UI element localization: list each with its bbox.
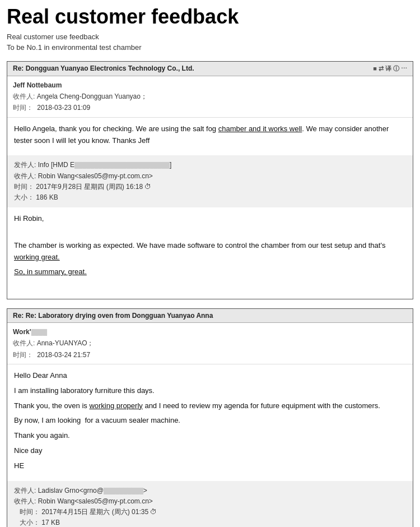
quoted-block-1: 发件人: Info [HMD E████████████████████████…	[7, 155, 413, 207]
email-meta-1: Jeff Nottebaum 收件人: Angela Cheng-Donggua…	[7, 76, 413, 117]
email-body-2: Hello Dear Anna I am installing laborato…	[7, 364, 413, 481]
page-subtitle: Real customer use feedback To be No.1 in…	[7, 31, 413, 53]
email-body-text-1: Hello Angela, thank you for checking. We…	[14, 123, 406, 147]
email-header-icons-1: ■ ⇄ 译 ⓘ ⋯	[373, 64, 407, 73]
email-meta-2: Work'████ 收件人: Anna-YUANYAO； 时间： 2018-03…	[7, 323, 413, 364]
email-to-1: 收件人: Angela Cheng-Dongguan Yuanyao；	[13, 91, 407, 102]
email-sender-2: Work'████	[13, 326, 407, 338]
quoted-time-1: 时间： 2017年9月28日 星期四 (周四) 16:18 ⏱	[14, 182, 406, 192]
email-line2-2: Thank you, the oven is working properly …	[14, 400, 406, 412]
quoted-text-1: The chamber is working as expected. We h…	[14, 240, 406, 264]
email-greeting-2: Hello Dear Anna	[14, 370, 406, 382]
email-line5-2: Nice day	[14, 445, 406, 457]
email-time-2: 时间： 2018-03-24 21:57	[13, 349, 407, 360]
quoted-to-2: 收件人: Robin Wang<sales05@my-pt.com.cn>	[14, 496, 406, 507]
email-body-1: Hello Angela, thank you for checking. We…	[7, 117, 413, 156]
email-header-2: Re: Re: Laboratory drying oven from Dong…	[7, 309, 413, 323]
email-line4-2: Thank you again.	[14, 430, 406, 442]
quoted-time-2: 时间： 2017年4月15日 星期六 (周六) 01:35 ⏱	[14, 507, 406, 517]
email-card-2: Re: Re: Laboratory drying oven from Dong…	[7, 308, 413, 527]
email-line3-2: By now, I am looking for a vacuum sealer…	[14, 415, 406, 427]
quoted-text-2: So, in summary, great.	[14, 266, 406, 278]
email-time-1: 时间： 2018-03-23 01:09	[13, 102, 407, 113]
email-header-title-2: Re: Re: Laboratory drying oven from Dong…	[13, 312, 213, 320]
email-card-1: Re: Dongguan Yuanyao Electronics Technol…	[7, 61, 413, 299]
quoted-size-1: 大小： 186 KB	[14, 192, 406, 203]
quoted-size-2: 大小： 17 KB	[14, 517, 406, 527]
quoted-body-1: Hi Robin, The chamber is working as expe…	[7, 207, 413, 299]
quoted-salutation-1: Hi Robin,	[14, 213, 406, 225]
quoted-from-1: 发件人: Info [HMD E████████████████████████…	[14, 160, 406, 170]
email-sender-1: Jeff Nottebaum	[13, 80, 407, 91]
email-line1-2: I am installing laboratory furniture thi…	[14, 385, 406, 397]
email-header-title-1: Re: Dongguan Yuanyao Electronics Technol…	[13, 64, 194, 72]
email-line6-2: HE	[14, 460, 406, 472]
email-to-2: 收件人: Anna-YUANYAO；	[13, 338, 407, 349]
quoted-block-2: 发件人: Ladislav Grno<grno@██████████> 收件人:…	[7, 481, 413, 527]
quoted-from-2: 发件人: Ladislav Grno<grno@██████████>	[14, 486, 406, 496]
quoted-to-1: 收件人: Robin Wang<sales05@my-pt.com.cn>	[14, 171, 406, 182]
email-header-1: Re: Dongguan Yuanyao Electronics Technol…	[7, 62, 413, 76]
page-title: Real customer feedback	[7, 6, 413, 28]
